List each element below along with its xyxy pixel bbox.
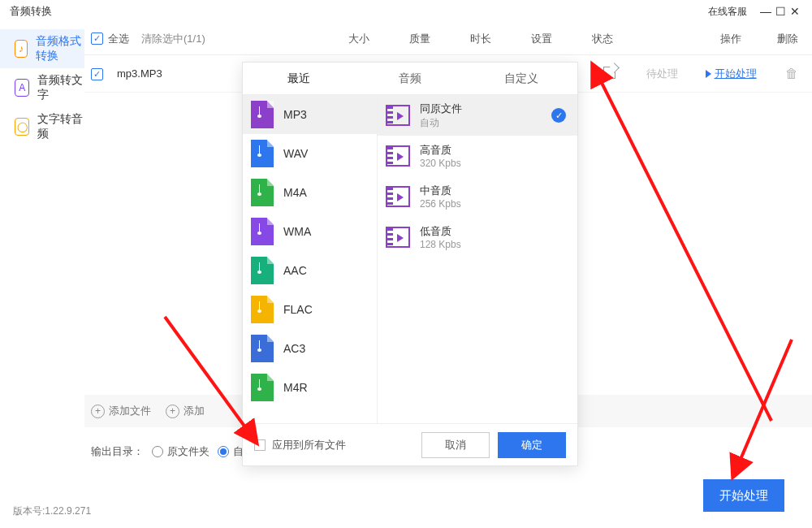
sidebar-item-audio-to-text[interactable]: A 音频转文字 (0, 68, 84, 107)
play-icon (706, 70, 711, 78)
file-type-icon: AAC (251, 257, 274, 284)
clear-selected-link[interactable]: 清除选中(1/1) (141, 32, 328, 46)
window-title: 音频转换 (10, 4, 52, 19)
col-status: 状态 (572, 32, 633, 46)
format-label: FLAC (283, 303, 313, 316)
quality-title: 低音质 (420, 224, 566, 239)
sidebar-item-format-convert[interactable]: ♪ 音频格式转换 (0, 29, 84, 68)
tab-audio[interactable]: 音频 (354, 63, 465, 94)
tab-custom[interactable]: 自定义 (466, 63, 577, 94)
format-label: AC3 (283, 342, 305, 355)
close-button[interactable]: ✕ (788, 6, 802, 17)
quality-title: 中音质 (420, 184, 566, 198)
video-file-icon (386, 105, 410, 126)
file-type-icon: M4R (251, 374, 274, 401)
col-action: 操作 (698, 32, 763, 46)
edit-icon[interactable] (603, 67, 615, 79)
version-label: 版本号:1.22.9.271 (13, 504, 91, 518)
quality-item[interactable]: 低音质128 Kpbs (378, 217, 577, 258)
quality-item[interactable]: 中音质256 Kpbs (378, 176, 577, 217)
format-item-mp3[interactable]: MP3MP3 (243, 95, 377, 134)
format-label: MP3 (283, 108, 307, 121)
plus-icon: + (166, 405, 179, 418)
format-item-flac[interactable]: FLACFLAC (243, 290, 377, 329)
select-all-label: 全选 (108, 32, 129, 46)
sidebar-item-label: 音频转文字 (37, 73, 84, 102)
col-quality: 质量 (389, 32, 450, 46)
quality-sub: 256 Kpbs (420, 198, 566, 210)
sidebar-item-label: 文字转音频 (37, 112, 84, 141)
col-size: 大小 (328, 32, 389, 46)
delete-icon[interactable]: 🗑 (771, 67, 812, 81)
format-label: M4A (283, 186, 307, 199)
format-item-wma[interactable]: WMAWMA (243, 212, 377, 251)
radio-source-label: 原文件夹 (167, 444, 209, 459)
online-service-link[interactable]: 在线客服 (708, 5, 747, 19)
sidebar-item-label: 音频格式转换 (36, 34, 84, 63)
quality-item[interactable]: 同原文件自动✓ (378, 95, 577, 136)
video-file-icon (386, 145, 410, 167)
cancel-button[interactable]: 取消 (421, 432, 490, 458)
letter-a-icon: A (15, 79, 29, 97)
file-action[interactable]: 开始处理 (690, 67, 771, 81)
format-item-m4a[interactable]: M4AM4A (243, 173, 377, 212)
format-list[interactable]: MP3MP3WAVWAVM4AM4AWMAWMAAACAACFLACFLACAC… (243, 95, 377, 423)
quality-sub: 128 Kpbs (420, 239, 566, 250)
add-more-button[interactable]: + 添加 (166, 404, 205, 418)
format-label: WMA (283, 225, 311, 238)
maximize-button[interactable]: ☐ (773, 6, 788, 17)
select-all-checkbox[interactable] (91, 32, 103, 45)
video-file-icon (386, 227, 410, 248)
format-item-wav[interactable]: WAVWAV (243, 134, 377, 173)
quality-list[interactable]: 同原文件自动✓高音质320 Kpbs中音质256 Kpbs低音质128 Kpbs (377, 95, 577, 423)
tab-recent[interactable]: 最近 (243, 63, 354, 94)
file-type-icon: WAV (251, 140, 274, 167)
sidebar-item-text-to-audio[interactable]: ◯ 文字转音频 (0, 107, 84, 146)
format-item-aac[interactable]: AACAAC (243, 251, 377, 290)
video-file-icon (386, 186, 410, 207)
minimize-button[interactable]: — (758, 6, 773, 17)
col-duration: 时长 (450, 32, 511, 46)
radio-custom-folder[interactable] (218, 446, 229, 457)
file-type-icon: MP3 (251, 101, 274, 128)
file-type-icon: WMA (251, 218, 274, 245)
start-process-button[interactable]: 开始处理 (703, 479, 784, 512)
output-label: 输出目录： (91, 444, 144, 459)
plus-icon: + (91, 405, 105, 418)
file-type-icon: M4A (251, 179, 274, 206)
format-settings-popup: 最近 音频 自定义 MP3MP3WAVWAVM4AM4AWMAWMAAACAAC… (242, 62, 578, 466)
waveform-icon: ◯ (15, 118, 29, 136)
quality-title: 高音质 (420, 143, 566, 158)
file-type-icon: FLAC (251, 296, 274, 323)
format-label: M4R (283, 381, 308, 394)
music-note-icon: ♪ (15, 40, 28, 58)
quality-title: 同原文件 (420, 102, 551, 116)
format-label: WAV (283, 147, 308, 160)
sidebar: ♪ 音频格式转换 A 音频转文字 ◯ 文字转音频 (0, 23, 84, 478)
add-file-button[interactable]: + 添加文件 (91, 404, 151, 418)
file-status: 待处理 (633, 67, 690, 81)
format-label: AAC (283, 264, 307, 277)
radio-source-folder[interactable] (152, 446, 163, 457)
format-item-ac3[interactable]: AC3AC3 (243, 329, 377, 368)
quality-sub: 自动 (420, 116, 551, 130)
apply-all-label: 应用到所有文件 (272, 438, 346, 452)
file-type-icon: AC3 (251, 335, 274, 362)
ok-button[interactable]: 确定 (498, 432, 566, 458)
col-settings: 设置 (511, 32, 572, 46)
format-item-m4r[interactable]: M4RM4R (243, 368, 377, 407)
apply-all-checkbox[interactable] (254, 439, 266, 451)
quality-item[interactable]: 高音质320 Kpbs (378, 136, 577, 176)
check-icon: ✓ (551, 108, 566, 123)
column-header: 全选 清除选中(1/1) 大小 质量 时长 设置 状态 操作 删除 (84, 23, 812, 55)
file-checkbox[interactable] (91, 68, 103, 80)
quality-sub: 320 Kpbs (420, 158, 566, 169)
col-delete: 删除 (763, 32, 812, 46)
